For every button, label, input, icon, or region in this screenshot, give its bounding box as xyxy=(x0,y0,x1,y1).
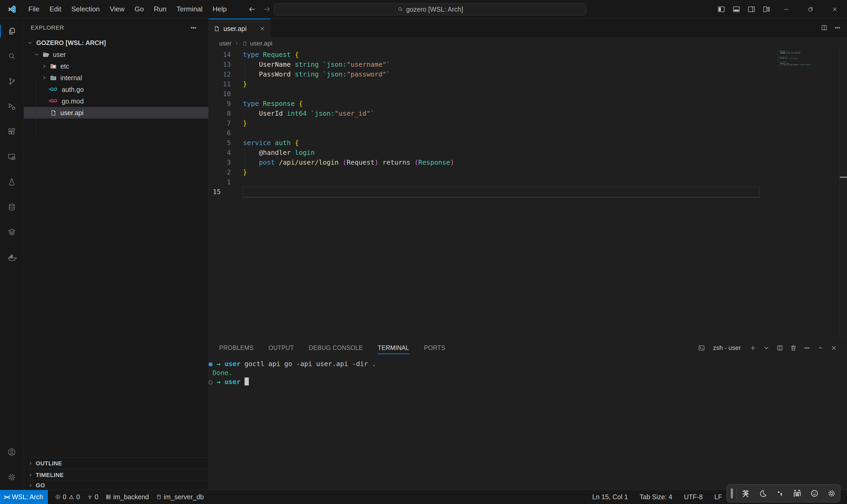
split-terminal-icon[interactable] xyxy=(776,344,783,352)
tree-item-user[interactable]: user xyxy=(24,49,208,60)
minimize-button[interactable] xyxy=(774,0,798,18)
menu-selection[interactable]: Selection xyxy=(67,0,105,18)
close-panel-icon[interactable] xyxy=(830,344,837,352)
code-line: 13 UserName string `json:"username"` xyxy=(209,59,847,69)
activity-docker-icon[interactable] xyxy=(0,245,23,270)
menu-file[interactable]: File xyxy=(23,0,44,18)
forward-arrow-icon[interactable] xyxy=(262,5,271,14)
terminal-line: Done. xyxy=(209,368,847,377)
code-text: UserId int64 `json:"user_id"` xyxy=(243,109,375,118)
activity-search-icon[interactable] xyxy=(0,44,23,69)
tree-item-auth.go[interactable]: GOauth.go xyxy=(24,84,208,95)
code-text: service auth { xyxy=(243,138,299,148)
ime-punctuation-icon[interactable] xyxy=(771,489,789,498)
menu-help[interactable]: Help xyxy=(208,0,232,18)
titlebar-controls xyxy=(714,0,847,18)
line-number: 8 xyxy=(209,109,243,118)
warning-icon xyxy=(68,494,74,500)
activity-account-icon[interactable] xyxy=(0,439,23,465)
menu-run[interactable]: Run xyxy=(149,0,172,18)
file-icon xyxy=(242,41,248,46)
cursor-position[interactable]: Ln 15, Col 1 xyxy=(592,493,628,501)
remote-indicator[interactable]: >< WSL: Arch xyxy=(0,490,48,504)
breadcrumb-file[interactable]: user.api xyxy=(250,40,272,47)
tree-item-user.api[interactable]: user.api xyxy=(24,107,208,119)
activity-source-control-icon[interactable] xyxy=(0,69,23,94)
ime-emoji-icon[interactable] xyxy=(806,489,823,498)
breadcrumb-folder[interactable]: user xyxy=(219,40,232,47)
terminal-line: ● → user goctl api go -api user.api -dir… xyxy=(209,359,847,368)
ime-settings-icon[interactable] xyxy=(823,489,840,498)
toggle-sidebar-icon[interactable] xyxy=(714,0,729,18)
section-outline[interactable]: OUTLINE xyxy=(24,457,208,469)
line-number: 10 xyxy=(209,89,243,99)
new-terminal-icon[interactable] xyxy=(749,344,756,352)
command-center-search[interactable]: gozero [WSL: Arch] xyxy=(274,3,586,15)
toggle-secondary-sidebar-icon[interactable] xyxy=(744,0,759,18)
panel-tab-ports[interactable]: PORTS xyxy=(424,338,445,357)
code-editor[interactable]: 14type Request {13 UserName string `json… xyxy=(209,49,847,338)
split-editor-icon[interactable] xyxy=(821,24,828,32)
database-label: im_server_db xyxy=(164,493,204,501)
ports-status[interactable]: 0 xyxy=(87,493,98,501)
activity-remote-explorer-icon[interactable] xyxy=(0,144,23,169)
ime-simplified-mode[interactable] xyxy=(789,488,806,499)
menu-go[interactable]: Go xyxy=(130,0,149,18)
maximize-panel-icon[interactable] xyxy=(817,344,824,352)
kill-terminal-icon[interactable] xyxy=(790,344,797,352)
tree-item-gozero-wsl-arch-[interactable]: GOZERO [WSL: ARCH] xyxy=(24,37,208,49)
customize-layout-icon[interactable] xyxy=(759,0,774,18)
tab-close-icon[interactable] xyxy=(259,26,265,32)
encoding[interactable]: UTF-8 xyxy=(684,493,703,501)
tree-item-internal[interactable]: internal xyxy=(24,72,208,84)
section-timeline[interactable]: TIMELINE xyxy=(24,469,208,481)
activity-explorer-icon[interactable] xyxy=(0,19,23,44)
menu-edit[interactable]: Edit xyxy=(44,0,67,18)
code-line: 9type Response { xyxy=(209,99,847,109)
close-button[interactable] xyxy=(823,0,847,18)
editor-more-actions-icon[interactable] xyxy=(834,24,841,32)
ime-fullwidth-moon-icon[interactable] xyxy=(754,489,771,498)
back-arrow-icon[interactable] xyxy=(248,5,256,14)
explorer-more-actions-icon[interactable] xyxy=(190,24,197,32)
menu-view[interactable]: View xyxy=(105,0,130,18)
indent-guide xyxy=(245,148,245,167)
error-icon xyxy=(55,494,61,500)
activity-layers-icon[interactable] xyxy=(0,220,23,245)
overview-ruler[interactable] xyxy=(840,49,847,338)
problems-status[interactable]: 0 0 xyxy=(55,493,80,501)
tab-size[interactable]: Tab Size: 4 xyxy=(639,493,672,501)
tab-user-api[interactable]: user.api xyxy=(209,19,270,38)
activity-run-debug-icon[interactable] xyxy=(0,94,23,119)
backend-status[interactable]: im_backend xyxy=(105,493,149,501)
activity-settings-icon[interactable] xyxy=(0,465,23,490)
ime-drag-handle[interactable] xyxy=(731,488,733,499)
tree-item-go.mod[interactable]: GOgo.mod xyxy=(24,95,208,107)
panel-tab-output[interactable]: OUTPUT xyxy=(268,338,294,357)
activity-extensions-icon[interactable] xyxy=(0,119,23,144)
panel-tab-debug-console[interactable]: DEBUG CONSOLE xyxy=(309,338,363,357)
section-go[interactable]: GO xyxy=(24,481,208,490)
activity-database-icon[interactable] xyxy=(0,195,23,220)
code-line: 10 xyxy=(209,89,847,99)
chevron-right-icon xyxy=(28,483,33,488)
database-status[interactable]: im_server_db xyxy=(156,493,204,501)
panel-tab-problems[interactable]: PROBLEMS xyxy=(219,338,254,357)
minimap[interactable]: type Request { UserName string `json:"us… xyxy=(776,49,840,69)
activity-testing-icon[interactable] xyxy=(0,169,23,195)
tree-item-etc[interactable]: etc xyxy=(24,60,208,72)
ime-language-mode[interactable] xyxy=(737,488,754,499)
code-text: type Response { xyxy=(243,99,303,109)
terminal-dropdown-icon[interactable] xyxy=(763,344,770,352)
panel-more-actions-icon[interactable] xyxy=(803,344,810,352)
database-icon xyxy=(156,494,162,500)
panel-tab-terminal[interactable]: TERMINAL xyxy=(378,338,409,357)
restore-button[interactable] xyxy=(798,0,823,18)
terminal-cursor xyxy=(245,377,249,385)
toggle-panel-icon[interactable] xyxy=(729,0,744,18)
statusbar-right: Ln 15, Col 1 Tab Size: 4 UTF-8 LF xyxy=(592,493,722,501)
terminal-instance-label[interactable]: zsh - user xyxy=(713,344,741,352)
eol[interactable]: LF xyxy=(715,493,722,501)
menu-terminal[interactable]: Terminal xyxy=(172,0,208,18)
terminal-output[interactable]: ● → user goctl api go -api user.api -dir… xyxy=(209,357,847,386)
